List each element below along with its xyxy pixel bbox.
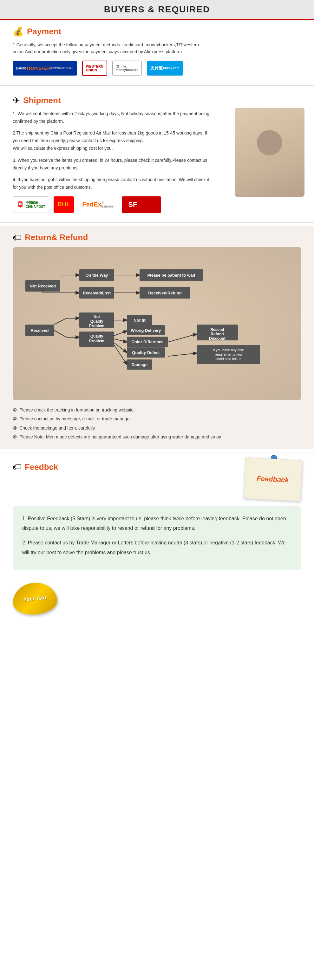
payment-heading: Payment: [27, 27, 61, 37]
received-lost-label: Received/Lost: [83, 291, 111, 295]
western-union-logo: WESTERNUNION: [82, 60, 107, 76]
svg-text:Refund: Refund: [211, 332, 224, 336]
feedback-note-image: Feedback: [243, 457, 303, 501]
return-title-row: 🏷 Return& Refund: [13, 232, 301, 243]
note-item-2: ② Please contact us by meesage, e-mail, …: [13, 415, 301, 422]
svg-text:Problem: Problem: [89, 324, 104, 328]
svg-text:Discount: Discount: [209, 336, 225, 341]
bank-transfer-logo: BANK TRANSFERINTERNATIONAL: [13, 60, 77, 76]
svg-line-35: [168, 353, 197, 356]
feedback-point1: 1. Positive Feedback (5 Stars) is very i…: [22, 514, 292, 533]
payment-section: 💰 Payment 1.Generally, we accept the fol…: [0, 20, 314, 82]
shipping-logos: 📮 中国邮政CHINA POST DHL FedEx®Express SF EX…: [13, 196, 301, 213]
shipment-icon: ✈: [13, 95, 20, 106]
not-fit-label: Not fit: [133, 318, 146, 323]
return-heading: Return& Refund: [25, 232, 88, 242]
payment-title-row: 💰 Payment: [13, 26, 301, 37]
svg-text:Problem: Problem: [89, 339, 104, 343]
svg-text:requirements you: requirements you: [215, 352, 242, 356]
feedback-footer: Your Text: [13, 570, 301, 614]
flow-svg: Not Received On the Way Please be patien…: [19, 255, 295, 391]
payment-logos: BANK TRANSFERINTERNATIONAL WESTERNUNION …: [13, 60, 301, 76]
return-notes: ① Please check the tracking in formation…: [13, 406, 301, 441]
feedback-content-box: 1. Positive Feedback (5 Stars) is very i…: [13, 506, 301, 570]
moneybookers-logo: ((( ○ )))moneybookers: [112, 60, 142, 76]
dhl-logo: DHL: [54, 196, 74, 213]
else-req-label: If you have any else: [213, 348, 244, 352]
svg-text:could also tell us: could also tell us: [216, 357, 241, 361]
quality-defect-label: Quality Defect: [132, 350, 160, 355]
shipment-content: 1. We will sent the items within 2-5days…: [13, 110, 209, 191]
feedback-title-row: 🏷 Feedbck: [13, 462, 59, 473]
feedback-header: 🏷 Feedbck Feedback: [13, 462, 301, 500]
sf-logo: SF EXPRESS顺丰速运: [122, 196, 161, 213]
svg-line-12: [54, 318, 67, 325]
fedex-logo: FedEx®Express: [78, 196, 117, 213]
svg-line-31: [168, 334, 197, 342]
svg-line-23: [114, 331, 127, 336]
shipment-bg-image: [235, 108, 304, 197]
svg-line-19: [54, 330, 67, 337]
chinapost-logo: 📮 中国邮政CHINA POST: [13, 196, 49, 213]
alipay-logo: 支付宝Alipay.com: [147, 60, 183, 76]
received-label: Received: [30, 328, 49, 333]
note-item-3: ③ Check the package and Item, carefully.: [13, 425, 301, 431]
page-title: BUYERS & REQUIRED: [6, 5, 308, 14]
received-refund-label: Received/Refund: [148, 291, 182, 295]
shipment-point4: 4. If you have not got it within the shi…: [13, 176, 209, 191]
feedback-section: 🏷 Feedbck Feedback 1. Positive Feedback …: [0, 456, 314, 628]
resend-label: Resend: [210, 328, 224, 332]
feedback-note-label: Feedback: [257, 474, 289, 484]
svg-text:Quality: Quality: [90, 319, 103, 324]
note-paper: Feedback: [243, 457, 303, 501]
quality-problem-label: Quality: [90, 334, 103, 339]
wrong-delivery-label: Wrong Delivery: [131, 328, 161, 333]
svg-line-25: [114, 339, 127, 342]
shipment-heading: Shipment: [23, 95, 60, 105]
damage-label: Damage: [132, 362, 148, 367]
shipment-title-row: ✈ Shipment: [13, 95, 301, 106]
flow-diagram: Not Received On the Way Please be patien…: [13, 247, 301, 400]
shipment-point3: 3. When you receive the items you ordere…: [13, 157, 209, 172]
on-the-way-label: On the Way: [85, 273, 108, 278]
payment-icon: 💰: [13, 26, 24, 37]
page-wrapper: BUYERS & REQUIRED 💰 Payment 1.Generally,…: [0, 0, 314, 627]
payment-description: 1.Generally, we accept the following pay…: [13, 41, 203, 56]
feedback-point2: 2. Please contact us by Trade Manager or…: [22, 538, 292, 557]
not-quality-label: Not: [94, 315, 100, 319]
note-item-1: ① Please check the tracking in formation…: [13, 406, 301, 414]
feedback-heading: Feedbck: [25, 462, 59, 472]
note-item-4: ④ Please Note: Men made defects are not …: [13, 433, 301, 440]
return-refund-section: 🏷 Return& Refund Not Received On the Way: [0, 226, 314, 449]
page-header: BUYERS & REQUIRED: [0, 0, 314, 20]
shipment-section: ✈ Shipment 1. We will sent the items wit…: [0, 89, 314, 219]
please-wait-label: Please be patient to wait: [147, 273, 196, 278]
shipment-point1: 1. We will sent the items within 2-5days…: [13, 110, 209, 125]
badge-label: Your Text: [23, 595, 47, 603]
shipment-point2: 2.The shipment by China Post Registered …: [13, 129, 209, 152]
color-diff-label: Color Difference: [131, 339, 163, 344]
feedback-icon: 🏷: [13, 462, 22, 473]
return-icon: 🏷: [13, 232, 22, 243]
flow-content: Not Received On the Way Please be patien…: [19, 255, 295, 393]
your-text-badge: Your Text: [11, 581, 59, 616]
